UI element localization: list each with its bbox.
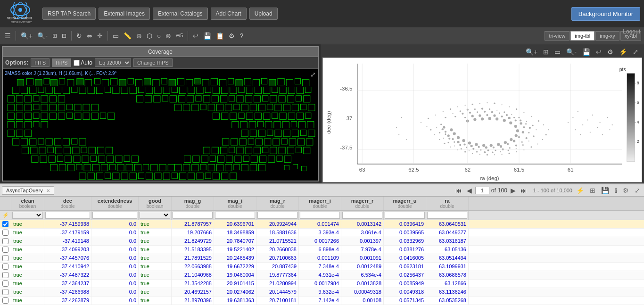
col-mag-r-header[interactable]: mag_rdouble <box>256 197 299 210</box>
row-checkbox[interactable] <box>2 289 8 295</box>
annot-btn[interactable]: ⊛ <box>164 31 173 41</box>
filter-dec-col[interactable] <box>44 211 91 220</box>
table-row[interactable]: true -37.4159938 0.0 true 21.8787957 20.… <box>0 220 644 229</box>
chart-zoom-in-btn[interactable]: 🔍+ <box>524 47 539 57</box>
polygon-btn[interactable]: ⬡ <box>145 31 154 41</box>
dec-filter-input[interactable] <box>45 212 90 219</box>
logout-link[interactable]: Logout <box>623 28 640 35</box>
zoom-in-btn[interactable]: 🔍+ <box>19 31 34 41</box>
row-checkbox-cell[interactable] <box>0 237 11 245</box>
save-btn[interactable]: 💾 <box>201 31 213 41</box>
flip-btn[interactable]: ⇔ <box>85 31 94 41</box>
good-filter-select[interactable]: truefalse <box>140 212 170 219</box>
fits-btn[interactable]: FITS <box>31 58 50 67</box>
filter-maerru-col[interactable] <box>384 211 426 220</box>
chart-highlight-btn[interactable]: ▭ <box>553 47 562 57</box>
row-checkbox-cell[interactable] <box>0 280 11 288</box>
ext-filter-input[interactable] <box>92 212 137 219</box>
table-filter-icon[interactable]: ⚡ <box>574 186 586 195</box>
table-row[interactable]: true -37.4179159 0.0 true 19.207666 18.3… <box>0 229 644 237</box>
img-tbl-tab[interactable]: img-tbl <box>570 31 594 41</box>
table-row[interactable]: true -37.4457076 0.0 true 21.7891529 20.… <box>0 254 644 263</box>
page-number-input[interactable]: 1 <box>475 187 489 194</box>
col-clean-header[interactable]: cleanboolean <box>11 197 44 210</box>
crosshair-btn[interactable]: ✛ <box>95 31 105 41</box>
zoom-reset-btn[interactable]: ⊟ <box>60 32 68 40</box>
table-row[interactable]: true -37.4266988 0.0 true 20.4692157 20.… <box>0 288 644 297</box>
settings-btn[interactable]: ⚙ <box>227 31 237 41</box>
row-checkbox-cell[interactable] <box>0 288 11 296</box>
undo-btn[interactable]: ↩ <box>191 31 200 41</box>
tri-view-tab[interactable]: tri-view <box>545 31 570 41</box>
upload-button[interactable]: Upload <box>249 8 278 20</box>
table-row[interactable]: true -37.4099203 0.0 true 21.5183395 19.… <box>0 246 644 254</box>
magg-filter-input[interactable] <box>173 212 213 219</box>
table-expand-icon[interactable]: ⤢ <box>633 186 642 195</box>
col-good-header[interactable]: goodboolean <box>139 197 172 210</box>
rsp-tap-search-button[interactable]: RSP TAP Search <box>42 8 96 20</box>
filter-magerri-col[interactable] <box>299 211 341 220</box>
magerrr-filter-input[interactable] <box>342 212 382 219</box>
expand-icon[interactable]: ⤢ <box>310 71 316 78</box>
help-btn[interactable]: ? <box>238 31 245 41</box>
close-tab-icon[interactable]: ✕ <box>46 188 50 193</box>
row-checkbox-cell[interactable] <box>0 254 11 262</box>
zoom-out-btn[interactable]: 🔍- <box>35 31 50 41</box>
col-ra-header[interactable]: radouble <box>426 197 469 210</box>
row-checkbox[interactable] <box>2 221 8 227</box>
col-extendedness-header[interactable]: extendednessdouble <box>91 197 139 210</box>
row-checkbox[interactable] <box>2 280 8 287</box>
col-dec-header[interactable]: decdouble <box>44 197 91 210</box>
hips-btn[interactable]: HiPS <box>52 58 71 67</box>
col-magerr-i-header[interactable]: magerr_idouble <box>299 197 341 210</box>
table-row[interactable]: true -37.4487322 0.0 true 21.1040968 19.… <box>0 271 644 280</box>
col-magerr-r-header[interactable]: magerr_rdouble <box>341 197 384 210</box>
magr-filter-input[interactable] <box>257 212 297 219</box>
filter-magr-col[interactable] <box>256 211 299 220</box>
last-page-btn[interactable]: ⏭ <box>519 186 528 195</box>
row-checkbox-cell[interactable] <box>0 297 11 305</box>
chart-save-btn[interactable]: 💾 <box>580 47 592 57</box>
magerri-filter-input[interactable] <box>300 212 340 219</box>
table-columns-icon[interactable]: ⊞ <box>588 186 597 195</box>
row-checkbox[interactable] <box>2 297 8 304</box>
col-magerr-u-header[interactable]: magerr_udouble <box>384 197 426 210</box>
filter-ra-col[interactable] <box>426 211 469 220</box>
row-checkbox[interactable] <box>2 272 8 278</box>
row-checkbox-cell[interactable] <box>0 263 11 271</box>
table-row[interactable]: true -37.4262879 0.0 true 21.8970396 19.… <box>0 297 644 305</box>
add-chart-button[interactable]: Add Chart <box>211 8 247 20</box>
img-xy-tab[interactable]: img-xy <box>595 31 619 41</box>
filter-clean-col[interactable]: truefalse <box>11 211 44 220</box>
row-checkbox[interactable] <box>2 255 8 261</box>
filter-ext-col[interactable] <box>91 211 139 220</box>
filter-magg-col[interactable] <box>172 211 214 220</box>
auto-checkbox[interactable] <box>74 60 80 66</box>
circle-btn[interactable]: ○ <box>155 31 163 41</box>
rect-select-btn[interactable]: ▭ <box>111 31 121 41</box>
background-monitor-button[interactable]: Background Monitor <box>571 7 640 21</box>
table-settings-icon[interactable]: ⚙ <box>621 186 631 195</box>
async-tap-query-tab[interactable]: AsyncTapQuery ✕ <box>2 186 54 195</box>
row-checkbox[interactable] <box>2 230 8 236</box>
table-row[interactable]: true -37.4410942 0.0 true 22.0663988 19.… <box>0 263 644 271</box>
row-checkbox[interactable] <box>2 247 8 253</box>
table-row[interactable]: true -37.419148 0.0 true 21.8249729 20.7… <box>0 237 644 246</box>
row-checkbox-cell[interactable] <box>0 271 11 279</box>
row-checkbox[interactable] <box>2 238 8 244</box>
ra-filter-input[interactable] <box>427 212 467 219</box>
chart-zoom-out-btn[interactable]: 🔍- <box>564 47 578 57</box>
change-hips-btn[interactable]: Change HiPS <box>133 58 173 67</box>
copy-btn[interactable]: 📋 <box>214 31 226 41</box>
magi-filter-input[interactable] <box>215 212 255 219</box>
point-btn[interactable]: ⊕ <box>134 31 144 41</box>
chart-zoom-fit-btn[interactable]: ⊞ <box>541 47 551 57</box>
chart-filter-btn[interactable]: ⚡ <box>617 47 629 57</box>
filter-good-col[interactable]: truefalse <box>139 211 172 220</box>
chart-expand-btn[interactable]: ⤢ <box>631 47 640 57</box>
chart-settings-btn[interactable]: ⚙ <box>605 47 615 57</box>
row-checkbox-cell[interactable] <box>0 229 11 237</box>
filter-magerrr-col[interactable] <box>341 211 384 220</box>
row-checkbox-cell[interactable] <box>0 220 11 228</box>
external-images-button[interactable]: External Images <box>99 8 150 20</box>
